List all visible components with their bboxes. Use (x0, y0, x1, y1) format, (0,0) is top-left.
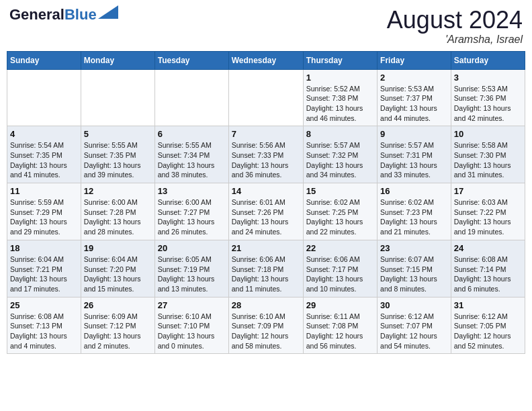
calendar-cell: 17Sunrise: 6:03 AM Sunset: 7:22 PM Dayli… (451, 183, 525, 240)
day-info: Sunrise: 6:04 AM Sunset: 7:20 PM Dayligh… (84, 255, 152, 294)
day-info: Sunrise: 6:08 AM Sunset: 7:14 PM Dayligh… (454, 255, 522, 294)
calendar-cell: 21Sunrise: 6:06 AM Sunset: 7:18 PM Dayli… (228, 240, 303, 297)
page-header: GeneralBlue August 2024 'Aramsha, Israel (7, 7, 525, 46)
calendar-cell: 23Sunrise: 6:07 AM Sunset: 7:15 PM Dayli… (378, 240, 451, 297)
calendar-cell: 13Sunrise: 6:00 AM Sunset: 7:27 PM Dayli… (154, 183, 228, 240)
calendar-cell (81, 69, 154, 126)
day-info: Sunrise: 6:03 AM Sunset: 7:22 PM Dayligh… (454, 197, 522, 237)
calendar-cell: 28Sunrise: 6:10 AM Sunset: 7:09 PM Dayli… (228, 297, 303, 354)
day-info: Sunrise: 6:09 AM Sunset: 7:12 PM Dayligh… (84, 312, 152, 351)
day-info: Sunrise: 6:01 AM Sunset: 7:26 PM Dayligh… (232, 197, 300, 237)
day-number: 2 (380, 73, 448, 83)
day-info: Sunrise: 5:57 AM Sunset: 7:32 PM Dayligh… (306, 140, 374, 180)
weekday-header-friday: Friday (378, 51, 451, 69)
calendar-cell: 12Sunrise: 6:00 AM Sunset: 7:28 PM Dayli… (81, 183, 154, 240)
calendar-cell: 27Sunrise: 6:10 AM Sunset: 7:10 PM Dayli… (154, 297, 228, 354)
day-number: 26 (84, 300, 152, 310)
calendar-cell: 11Sunrise: 5:59 AM Sunset: 7:29 PM Dayli… (7, 183, 81, 240)
day-number: 15 (306, 186, 374, 196)
day-number: 23 (380, 243, 448, 253)
calendar-cell (7, 69, 81, 126)
calendar-cell: 25Sunrise: 6:08 AM Sunset: 7:13 PM Dayli… (7, 297, 81, 354)
day-number: 3 (454, 73, 522, 83)
day-number: 10 (454, 129, 522, 139)
calendar-cell (228, 69, 303, 126)
day-info: Sunrise: 5:59 AM Sunset: 7:29 PM Dayligh… (10, 197, 78, 237)
day-info: Sunrise: 5:57 AM Sunset: 7:31 PM Dayligh… (380, 140, 448, 180)
day-info: Sunrise: 6:06 AM Sunset: 7:17 PM Dayligh… (306, 255, 374, 294)
day-info: Sunrise: 6:10 AM Sunset: 7:10 PM Dayligh… (158, 312, 226, 351)
week-row-3: 11Sunrise: 5:59 AM Sunset: 7:29 PM Dayli… (7, 183, 525, 240)
day-number: 22 (306, 243, 374, 253)
day-info: Sunrise: 5:53 AM Sunset: 7:37 PM Dayligh… (380, 84, 448, 124)
day-number: 20 (158, 243, 226, 253)
day-info: Sunrise: 6:11 AM Sunset: 7:08 PM Dayligh… (306, 312, 374, 351)
day-info: Sunrise: 5:55 AM Sunset: 7:35 PM Dayligh… (84, 140, 152, 180)
calendar-cell: 24Sunrise: 6:08 AM Sunset: 7:14 PM Dayli… (451, 240, 525, 297)
week-row-2: 4Sunrise: 5:54 AM Sunset: 7:35 PM Daylig… (7, 126, 525, 183)
day-info: Sunrise: 6:00 AM Sunset: 7:28 PM Dayligh… (84, 197, 152, 237)
day-info: Sunrise: 6:12 AM Sunset: 7:07 PM Dayligh… (380, 312, 448, 351)
calendar-cell: 4Sunrise: 5:54 AM Sunset: 7:35 PM Daylig… (7, 126, 81, 183)
calendar-cell: 29Sunrise: 6:11 AM Sunset: 7:08 PM Dayli… (303, 297, 377, 354)
day-number: 17 (454, 186, 522, 196)
day-info: Sunrise: 6:04 AM Sunset: 7:21 PM Dayligh… (10, 255, 78, 294)
calendar-cell: 31Sunrise: 6:12 AM Sunset: 7:05 PM Dayli… (451, 297, 525, 354)
day-number: 18 (10, 243, 78, 253)
day-number: 11 (10, 186, 78, 196)
day-number: 25 (10, 300, 78, 310)
day-number: 16 (380, 186, 448, 196)
day-info: Sunrise: 6:08 AM Sunset: 7:13 PM Dayligh… (10, 312, 78, 351)
title-block: August 2024 'Aramsha, Israel (387, 7, 523, 46)
calendar-cell: 10Sunrise: 5:58 AM Sunset: 7:30 PM Dayli… (451, 126, 525, 183)
day-number: 13 (158, 186, 226, 196)
day-info: Sunrise: 6:06 AM Sunset: 7:18 PM Dayligh… (232, 255, 300, 294)
day-number: 19 (84, 243, 152, 253)
day-info: Sunrise: 6:12 AM Sunset: 7:05 PM Dayligh… (454, 312, 522, 351)
calendar-cell: 7Sunrise: 5:56 AM Sunset: 7:33 PM Daylig… (228, 126, 303, 183)
day-info: Sunrise: 5:53 AM Sunset: 7:36 PM Dayligh… (454, 84, 522, 124)
day-number: 24 (454, 243, 522, 253)
calendar-cell: 8Sunrise: 5:57 AM Sunset: 7:32 PM Daylig… (303, 126, 377, 183)
day-number: 27 (158, 300, 226, 310)
day-number: 8 (306, 129, 374, 139)
location: 'Aramsha, Israel (387, 34, 523, 46)
calendar-cell (154, 69, 228, 126)
weekday-header-wednesday: Wednesday (228, 51, 303, 69)
weekday-header-saturday: Saturday (451, 51, 525, 69)
calendar-cell: 30Sunrise: 6:12 AM Sunset: 7:07 PM Dayli… (378, 297, 451, 354)
day-number: 7 (232, 129, 300, 139)
calendar-cell: 18Sunrise: 6:04 AM Sunset: 7:21 PM Dayli… (7, 240, 81, 297)
day-info: Sunrise: 6:02 AM Sunset: 7:23 PM Dayligh… (380, 197, 448, 237)
calendar-cell: 9Sunrise: 5:57 AM Sunset: 7:31 PM Daylig… (378, 126, 451, 183)
calendar-cell: 16Sunrise: 6:02 AM Sunset: 7:23 PM Dayli… (378, 183, 451, 240)
day-info: Sunrise: 6:10 AM Sunset: 7:09 PM Dayligh… (232, 312, 300, 351)
day-info: Sunrise: 5:52 AM Sunset: 7:38 PM Dayligh… (306, 84, 374, 124)
day-info: Sunrise: 5:55 AM Sunset: 7:34 PM Dayligh… (158, 140, 226, 180)
day-info: Sunrise: 6:00 AM Sunset: 7:27 PM Dayligh… (158, 197, 226, 237)
day-number: 12 (84, 186, 152, 196)
calendar-cell: 2Sunrise: 5:53 AM Sunset: 7:37 PM Daylig… (378, 69, 451, 126)
day-number: 29 (306, 300, 374, 310)
day-number: 1 (306, 73, 374, 83)
day-number: 9 (380, 129, 448, 139)
day-number: 31 (454, 300, 522, 310)
calendar-cell: 19Sunrise: 6:04 AM Sunset: 7:20 PM Dayli… (81, 240, 154, 297)
weekday-header-monday: Monday (81, 51, 154, 69)
day-number: 5 (84, 129, 152, 139)
calendar-cell: 3Sunrise: 5:53 AM Sunset: 7:36 PM Daylig… (451, 69, 525, 126)
calendar-cell: 22Sunrise: 6:06 AM Sunset: 7:17 PM Dayli… (303, 240, 377, 297)
day-info: Sunrise: 5:58 AM Sunset: 7:30 PM Dayligh… (454, 140, 522, 180)
day-info: Sunrise: 6:05 AM Sunset: 7:19 PM Dayligh… (158, 255, 226, 294)
calendar-cell: 6Sunrise: 5:55 AM Sunset: 7:34 PM Daylig… (154, 126, 228, 183)
logo-text: GeneralBlue (9, 7, 97, 23)
day-info: Sunrise: 5:56 AM Sunset: 7:33 PM Dayligh… (232, 140, 300, 180)
weekday-header-thursday: Thursday (303, 51, 377, 69)
day-number: 4 (10, 129, 78, 139)
day-number: 28 (232, 300, 300, 310)
calendar-table: SundayMondayTuesdayWednesdayThursdayFrid… (7, 51, 525, 355)
day-number: 6 (158, 129, 226, 139)
day-info: Sunrise: 6:07 AM Sunset: 7:15 PM Dayligh… (380, 255, 448, 294)
day-info: Sunrise: 5:54 AM Sunset: 7:35 PM Dayligh… (10, 140, 78, 180)
day-number: 30 (380, 300, 448, 310)
